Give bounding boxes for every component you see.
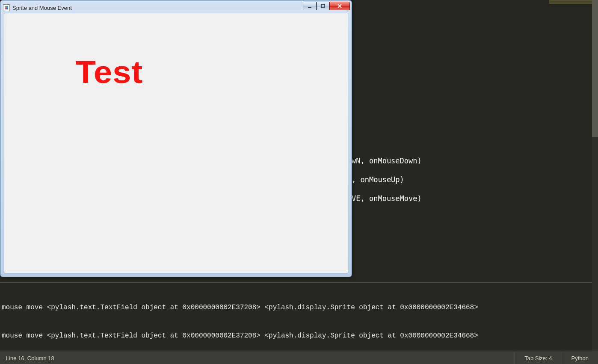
window-title: Sprite and Mouse Event bbox=[12, 5, 72, 11]
editor-scrollbar-thumb[interactable] bbox=[592, 0, 598, 137]
code-line: , onMouseUp) bbox=[352, 175, 404, 184]
maximize-button[interactable] bbox=[317, 2, 329, 10]
console-line: mouse move <pylash.text.TextField object… bbox=[2, 331, 596, 340]
canvas-text: Test bbox=[75, 54, 143, 90]
maximize-icon bbox=[321, 4, 325, 8]
console-scrollbar[interactable] bbox=[592, 282, 598, 352]
svg-rect-0 bbox=[308, 7, 311, 8]
app-window[interactable]: Sprite and Mouse Event Test bbox=[0, 0, 352, 277]
minimize-icon bbox=[308, 4, 312, 8]
minimize-button[interactable] bbox=[303, 2, 317, 10]
console-output[interactable]: mouse move <pylash.text.TextField object… bbox=[0, 282, 598, 352]
console-line: mouse move <pylash.text.TextField object… bbox=[2, 303, 596, 312]
status-cursor-position[interactable]: Line 16, Column 18 bbox=[0, 355, 515, 361]
status-tabsize[interactable]: Tab Size: 4 bbox=[515, 352, 561, 364]
code-line: VE, onMouseMove) bbox=[352, 194, 422, 203]
minimap[interactable] bbox=[549, 0, 592, 13]
app-icon bbox=[3, 4, 10, 11]
window-buttons bbox=[303, 2, 350, 10]
editor-scrollbar-track[interactable] bbox=[592, 0, 598, 282]
close-button[interactable] bbox=[329, 2, 350, 10]
svg-rect-1 bbox=[321, 4, 325, 8]
app-canvas[interactable]: Test bbox=[4, 13, 348, 273]
status-bar: Line 16, Column 18 Tab Size: 4 Python bbox=[0, 352, 598, 364]
window-titlebar[interactable]: Sprite and Mouse Event bbox=[3, 3, 349, 12]
code-line: wN, onMouseDown) bbox=[352, 157, 422, 165]
status-language[interactable]: Python bbox=[562, 352, 598, 364]
close-icon bbox=[337, 4, 342, 8]
